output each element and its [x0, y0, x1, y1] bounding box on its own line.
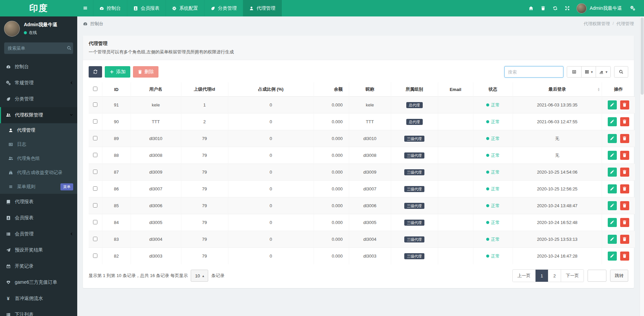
delete-row-button[interactable]	[620, 100, 629, 109]
page-button-1[interactable]: 1	[535, 270, 548, 282]
breadcrumb-home[interactable]: 控制台	[83, 21, 103, 27]
delete-row-button[interactable]	[620, 134, 629, 143]
sidebar-item-member-report[interactable]: 会员报表	[0, 210, 77, 226]
edit-button[interactable]	[608, 117, 617, 126]
top-tab-system-config[interactable]: 系统配置	[166, 0, 204, 16]
delete-row-button[interactable]	[620, 151, 629, 160]
edit-button[interactable]	[608, 201, 617, 210]
trash-icon	[622, 102, 627, 107]
page-jump-button[interactable]: 跳转	[610, 270, 628, 282]
page-button-2[interactable]: 2	[548, 270, 561, 282]
edit-button[interactable]	[608, 100, 617, 109]
page-title: 代理管理	[89, 41, 628, 47]
pagination-summary: 显示第 1 到第 10 条记录，总共 16 条记录 每页显示	[89, 273, 188, 279]
top-tab-category[interactable]: 分类管理	[204, 0, 243, 16]
top-tab-dashboard[interactable]: 控制台	[93, 0, 127, 16]
sidebar-item-game6-recharge-orders[interactable]: game6三方充值订单	[0, 274, 77, 290]
sidebar-item-member-management[interactable]: 会员管理	[0, 226, 77, 242]
delete-row-button[interactable]	[620, 168, 629, 177]
brand-logo[interactable]: 印度	[0, 0, 77, 16]
sidebar-search-input[interactable]	[8, 46, 67, 51]
edit-button[interactable]	[608, 134, 617, 143]
row-checkbox[interactable]	[93, 186, 97, 191]
top-tab-agent-manage[interactable]: 代理管理	[243, 0, 282, 16]
parent-id-cell: 79	[181, 231, 228, 248]
columns-button[interactable]: ▾	[581, 66, 596, 77]
prev-page-button[interactable]: 上一页	[513, 270, 535, 282]
last-login-cell: 2020-10-24 13:48:47	[513, 197, 602, 214]
balance-cell: 0.000	[314, 214, 349, 231]
sidebar-item-agent-commission-records[interactable]: 代理占成收益变动记录	[0, 166, 77, 180]
export-button[interactable]: ▾	[596, 66, 610, 77]
sidebar-item-bet-list[interactable]: 下注列表	[0, 307, 77, 316]
balance-cell: 0.000	[314, 147, 349, 164]
table-toolbar: 添加 删除 ▾ ▾	[89, 66, 628, 78]
sidebar-item-agent-report[interactable]: 代理报表	[0, 194, 77, 210]
delete-row-button[interactable]	[620, 184, 629, 193]
sidebar-item-agent-management[interactable]: 代理管理	[0, 123, 77, 137]
list-icon	[5, 312, 11, 316]
sidebar-item-menu-rules[interactable]: 菜单规则 菜单	[0, 180, 77, 194]
select-all-checkbox[interactable]	[93, 87, 97, 91]
row-checkbox[interactable]	[93, 254, 97, 258]
delete-row-button[interactable]	[620, 117, 629, 126]
search-button[interactable]	[614, 66, 628, 78]
column-header[interactable]: 最后登录▴▾	[513, 82, 602, 97]
home-button[interactable]	[525, 6, 537, 11]
sidebar-item-agent-role-group[interactable]: 代理角色组	[0, 151, 77, 166]
trash-button[interactable]	[537, 6, 549, 11]
fullscreen-button[interactable]	[561, 6, 573, 11]
delete-row-button[interactable]	[620, 218, 629, 227]
group-cell: 三级代理	[391, 214, 438, 231]
settings-button[interactable]	[627, 6, 639, 11]
page-size-select[interactable]: 10 ▴	[191, 270, 208, 282]
edit-button[interactable]	[608, 151, 617, 160]
plus-icon	[109, 69, 114, 75]
sidebar-item-dashboard[interactable]: 控制台	[0, 59, 77, 75]
user-menu[interactable]: Admin我最牛逼	[577, 3, 622, 13]
row-checkbox[interactable]	[93, 153, 97, 157]
balance-cell: 0.000	[314, 114, 349, 130]
row-checkbox[interactable]	[93, 220, 97, 224]
breadcrumb-separator: /	[612, 21, 614, 27]
sidebar-item-lottery-records[interactable]: 开奖记录	[0, 258, 77, 274]
sidebar-item-general-management[interactable]: 常规管理	[0, 75, 77, 91]
row-checkbox[interactable]	[93, 119, 97, 124]
clear-cache-button[interactable]	[549, 6, 561, 11]
edit-button[interactable]	[608, 168, 617, 177]
sidebar-item-preset-lottery-results[interactable]: 预设开奖结果	[0, 242, 77, 258]
row-checkbox[interactable]	[93, 237, 97, 241]
detail-view-button[interactable]	[567, 66, 581, 77]
row-checkbox[interactable]	[93, 203, 97, 208]
sidebar-item-logs[interactable]: 日志	[0, 137, 77, 151]
row-checkbox[interactable]	[93, 170, 97, 174]
status-cell: 正常	[473, 181, 513, 197]
next-page-button[interactable]: 下一页	[561, 270, 584, 282]
delete-button[interactable]: 删除	[133, 66, 158, 78]
table-row: 84 dl3005 79 0 0.000 dl3005 三级代理 正常 2020…	[89, 214, 635, 231]
page-jump-input[interactable]	[588, 270, 606, 282]
scrollbar-thumb[interactable]	[641, 17, 644, 95]
refresh-button[interactable]	[89, 66, 102, 78]
status-badge: 正常	[486, 253, 500, 259]
sidebar-item-first-recharge-rebate[interactable]: ¥ 首冲返佣流水	[0, 290, 77, 307]
scrollbar[interactable]	[640, 16, 644, 316]
edit-button[interactable]	[608, 218, 617, 227]
delete-row-button[interactable]	[620, 201, 629, 210]
row-checkbox[interactable]	[93, 102, 97, 107]
add-button[interactable]: 添加	[105, 66, 130, 78]
sidebar-item-agent-permission-management[interactable]: 代理权限管理	[0, 107, 77, 123]
edit-button[interactable]	[608, 252, 617, 261]
top-tab-member-report[interactable]: 会员报表	[127, 0, 166, 16]
delete-row-button[interactable]	[620, 235, 629, 244]
edit-button[interactable]	[608, 235, 617, 244]
row-checkbox[interactable]	[93, 136, 97, 140]
table-search-input[interactable]	[504, 66, 563, 78]
edit-button[interactable]	[608, 184, 617, 193]
sidebar-item-category-management[interactable]: 分类管理	[0, 91, 77, 107]
sidebar-toggle-button[interactable]	[77, 0, 93, 16]
actions-cell	[602, 181, 635, 197]
delete-row-button[interactable]	[620, 252, 629, 261]
search-icon[interactable]	[67, 46, 72, 51]
trash-icon	[541, 6, 546, 11]
